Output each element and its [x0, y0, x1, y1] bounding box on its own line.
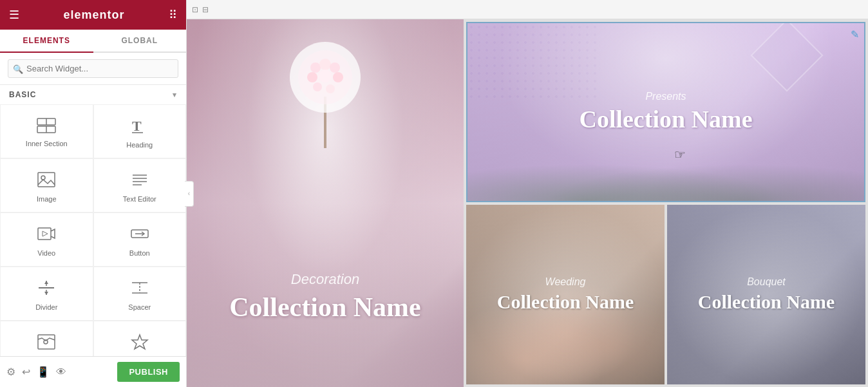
section-label: BASIC ▾ [0, 85, 186, 104]
widget-spacer[interactable]: Spacer [93, 267, 187, 321]
bouquet-title: Collection Name [698, 290, 835, 314]
hamburger-icon[interactable]: ☰ [9, 8, 19, 22]
inner-section-icon [37, 118, 56, 136]
cursor-hand: ☞ [674, 147, 686, 162]
floral-decoration [467, 149, 864, 201]
svg-point-37 [326, 84, 335, 93]
canvas-right-top: ✎ Presents Collection Name ☞ [466, 22, 865, 202]
svg-marker-13 [42, 231, 48, 236]
right-top-text: Presents Collection Name [579, 91, 752, 133]
map-icon [37, 333, 56, 354]
button-icon [130, 225, 149, 245]
right-top-collection-name: Collection Name [579, 105, 752, 133]
canvas-left-bg: Decoration Collection Name [187, 19, 464, 387]
widget-text-editor[interactable]: Text Editor [93, 158, 187, 212]
widget-heading-label: Heading [126, 141, 153, 149]
history-icon[interactable]: ↩ [22, 366, 30, 378]
svg-point-31 [319, 59, 331, 70]
canvas-content: Decoration Collection Name ✎ Presents Co… [187, 19, 868, 387]
divider-icon [37, 279, 56, 299]
svg-point-36 [313, 82, 322, 91]
svg-marker-20 [44, 292, 48, 295]
canvas-right: ✎ Presents Collection Name ☞ Weeding Col… [464, 19, 868, 387]
widgets-grid: Inner Section T Heading Image [0, 104, 186, 356]
presents-text: Presents [579, 91, 752, 102]
eye-icon[interactable]: 👁 [56, 366, 66, 378]
widget-text-editor-label: Text Editor [123, 195, 156, 203]
widget-star[interactable] [93, 321, 187, 356]
canvas-left-section: Decoration Collection Name [187, 19, 464, 387]
publish-button[interactable]: PUBLISH [117, 362, 180, 382]
svg-point-35 [333, 72, 343, 82]
elementor-topbar: ☰ elementor ⠿ [0, 0, 186, 30]
search-icon: 🔍 [13, 64, 23, 73]
bouquet-card-text: Bouquet Collection Name [698, 276, 835, 314]
svg-rect-12 [38, 228, 51, 240]
svg-text:T: T [132, 118, 142, 134]
tab-global[interactable]: GLOBAL [93, 30, 187, 52]
weeding-subtitle: Weeding [497, 276, 634, 288]
video-icon [37, 225, 56, 245]
app-title: elementor [63, 8, 124, 22]
canvas-icon-2[interactable]: ⊟ [202, 5, 209, 14]
weeding-title: Collection Name [497, 290, 634, 314]
svg-point-32 [330, 62, 340, 73]
canvas-bouquet-card: Bouquet Collection Name [667, 205, 865, 384]
canvas-left-title: Collection Name [187, 292, 464, 323]
widget-map[interactable] [0, 321, 93, 356]
canvas-weeding-card: Weeding Collection Name [466, 205, 665, 384]
canvas-left-text: Decoration Collection Name [187, 271, 464, 323]
image-icon [37, 171, 56, 191]
edit-icon[interactable]: ✎ [851, 28, 859, 41]
canvas-right-bottom: Weeding Collection Name Bouquet Collecti… [466, 205, 865, 384]
search-input[interactable] [8, 59, 178, 78]
svg-marker-19 [44, 281, 48, 284]
widget-image-label: Image [37, 195, 57, 203]
svg-point-33 [307, 72, 317, 82]
responsive-icon[interactable]: 📱 [37, 366, 50, 378]
widget-inner-section-label: Inner Section [26, 140, 68, 147]
widget-video-label: Video [37, 249, 55, 257]
bottom-icons: ⚙ ↩ 📱 👁 [6, 366, 66, 378]
collapse-handle[interactable]: ‹ [185, 181, 194, 207]
widget-button[interactable]: Button [93, 212, 187, 267]
search-wrapper: 🔍 [8, 59, 178, 78]
section-collapse-icon[interactable]: ▾ [173, 91, 177, 99]
svg-marker-26 [132, 335, 147, 349]
tab-elements[interactable]: ELEMENTS [0, 30, 93, 53]
svg-point-34 [319, 70, 332, 82]
svg-rect-24 [38, 335, 55, 349]
widget-image[interactable]: Image [0, 158, 93, 212]
widget-video[interactable]: Video [0, 212, 93, 267]
panel-tabs: ELEMENTS GLOBAL [0, 30, 186, 53]
search-bar: 🔍 [0, 53, 186, 85]
left-panel: ☰ elementor ⠿ ELEMENTS GLOBAL 🔍 BASIC ▾ [0, 0, 187, 387]
widget-inner-section[interactable]: Inner Section [0, 104, 93, 158]
bottom-bar: ⚙ ↩ 📱 👁 PUBLISH [0, 356, 186, 387]
widget-button-label: Button [129, 249, 150, 257]
star-icon [130, 333, 149, 354]
section-label-text: BASIC [9, 90, 36, 99]
spacer-icon [130, 279, 149, 299]
widget-divider[interactable]: Divider [0, 267, 93, 321]
apps-icon[interactable]: ⠿ [169, 8, 177, 22]
canvas-topbar: ⊡ ⊟ [187, 0, 868, 19]
flower-arrangement [274, 32, 377, 148]
canvas-left-subtitle: Decoration [187, 271, 464, 288]
svg-rect-6 [38, 173, 55, 187]
text-editor-icon [130, 171, 149, 191]
widget-divider-label: Divider [35, 303, 57, 311]
widget-heading[interactable]: T Heading [93, 104, 187, 158]
widget-spacer-label: Spacer [128, 303, 151, 311]
svg-point-30 [310, 62, 321, 73]
settings-icon[interactable]: ⚙ [6, 366, 15, 378]
canvas-icon-1[interactable]: ⊡ [192, 5, 198, 14]
bouquet-simulation [466, 256, 665, 384]
canvas-area: ⊡ ⊟ [187, 0, 868, 387]
bouquet-subtitle: Bouquet [698, 276, 835, 288]
weeding-card-text: Weeding Collection Name [497, 276, 634, 314]
heading-icon: T [130, 117, 149, 137]
